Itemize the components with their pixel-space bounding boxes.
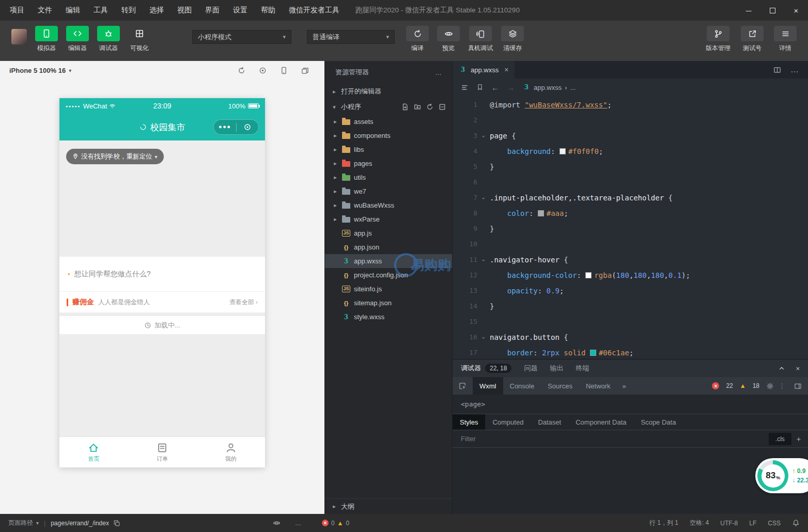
error-count[interactable]: 22	[726, 382, 733, 389]
device-button[interactable]	[280, 67, 288, 74]
devtools-tab-sources[interactable]: Sources	[541, 377, 579, 395]
new-file-button[interactable]	[401, 103, 409, 111]
clear-cache-button[interactable]: 清缓存	[501, 26, 524, 53]
devtools-tab-network[interactable]: Network	[579, 377, 617, 395]
collapse-panel-button[interactable]	[778, 365, 785, 372]
code-line[interactable]: 10	[453, 237, 808, 252]
debugger-panel-tab[interactable]: 调试器22, 18	[461, 364, 511, 373]
menu-item[interactable]: 项目	[3, 6, 31, 15]
code-line[interactable]: 8 color: #aaa;	[453, 206, 808, 221]
breadcrumb[interactable]: 3 app.wxss › ...	[522, 84, 576, 91]
menu-item[interactable]: 设置	[226, 6, 254, 15]
tab-order[interactable]: 订单	[128, 437, 197, 467]
code-line[interactable]: 7›.input-placeholder,.textarea-placehold…	[453, 190, 808, 206]
user-avatar[interactable]	[11, 29, 27, 44]
open-editors-section[interactable]: ▸ 打开的编辑器	[325, 84, 452, 99]
code-line[interactable]: 4 background: #f0f0f0;	[453, 144, 808, 159]
code-line[interactable]: 11›.navigator-hover {	[453, 252, 808, 268]
notifications-button[interactable]	[792, 519, 800, 527]
fold-icon[interactable]: ›	[476, 336, 491, 340]
styles-tab[interactable]: Dataset	[531, 414, 568, 430]
collapse-all-button[interactable]	[439, 103, 446, 111]
wxml-node[interactable]: <page>	[461, 400, 485, 408]
editor-button[interactable]: 编辑器	[66, 26, 89, 53]
bookmark-icon[interactable]	[476, 84, 484, 91]
copy-path-button[interactable]	[113, 520, 120, 527]
status-item[interactable]: 行 1，列 1	[649, 519, 678, 527]
view-all-link[interactable]: 查看全部 ›	[229, 298, 258, 307]
explorer-folder[interactable]: ▸utils	[325, 170, 452, 184]
remote-debug-button[interactable]: 真机调试	[468, 26, 493, 53]
mode-select[interactable]: 小程序模式 ▾	[192, 30, 291, 44]
explorer-folder[interactable]: ▸wuBaseWxss	[325, 198, 452, 212]
code-line[interactable]: 9}	[453, 221, 808, 237]
menu-item[interactable]: 微信开发者工具	[282, 6, 346, 15]
code-line[interactable]: 13 opacity: 0.9;	[453, 283, 808, 299]
close-tab-button[interactable]: ×	[504, 66, 508, 74]
test-account-button[interactable]: 测试号	[741, 26, 764, 53]
minimize-capsule-button[interactable]	[237, 123, 259, 131]
minimize-button[interactable]: ─	[737, 0, 760, 21]
status-item[interactable]: CSS	[768, 520, 781, 527]
status-item[interactable]: 空格: 4	[690, 519, 709, 527]
explorer-file[interactable]: {}sitemap.json	[325, 296, 452, 310]
device-selector[interactable]: iPhone 5 100% 16 ▾	[9, 67, 71, 74]
menu-item[interactable]: 帮助	[254, 6, 282, 15]
status-more-button[interactable]: …	[295, 520, 301, 527]
status-item[interactable]: LF	[749, 520, 756, 527]
tab-overflow-button[interactable]: »	[617, 377, 631, 395]
details-button[interactable]: 详情	[774, 26, 797, 53]
more-actions-button[interactable]: …	[435, 69, 442, 76]
maximize-button[interactable]	[760, 0, 784, 21]
code-line[interactable]: 14}	[453, 299, 808, 314]
explorer-file[interactable]: JSapp.js	[325, 226, 452, 240]
code-line[interactable]: 1@import "wuBaseWxss/7.wxss";	[453, 97, 808, 113]
simulator-button[interactable]: 模拟器	[35, 26, 58, 53]
relocate-button[interactable]: 没有找到学校，重新定位 ▾	[66, 149, 164, 164]
styles-tab[interactable]: Component Data	[568, 414, 633, 430]
menu-item[interactable]: 界面	[198, 6, 226, 15]
explorer-file[interactable]: 3style.wxss	[325, 310, 452, 324]
code-editor[interactable]: 1@import "wuBaseWxss/7.wxss";23›page {4 …	[453, 96, 808, 359]
editor-tab-app-wxss[interactable]: 3 app.wxss ×	[453, 61, 515, 79]
debugger-panel-tab[interactable]: 问题	[524, 364, 537, 373]
performance-widget[interactable]: 83 % ↑ 0.9 ↓ 22.3	[755, 458, 808, 493]
compile-select[interactable]: 普通编译 ▾	[307, 30, 395, 44]
tab-home[interactable]: 首页	[59, 437, 128, 467]
explorer-file[interactable]: {}project.config.json	[325, 268, 452, 282]
project-section[interactable]: ▾ 小程序	[325, 99, 452, 115]
fold-icon[interactable]: ›	[476, 258, 491, 262]
warning-count[interactable]: 18	[753, 382, 759, 389]
explorer-folder[interactable]: ▸pages	[325, 157, 452, 170]
debugger-panel-tab[interactable]: 输出	[550, 364, 563, 373]
color-swatch[interactable]	[590, 350, 596, 356]
devtools-tab-wxml[interactable]: Wxml	[473, 377, 503, 395]
styles-filter-input[interactable]	[453, 435, 769, 443]
code-line[interactable]: 5}	[453, 159, 808, 175]
navigate-forward-button[interactable]: →	[507, 83, 515, 92]
explorer-folder[interactable]: ▸components	[325, 129, 452, 143]
add-style-button[interactable]: +	[791, 435, 808, 443]
explorer-folder[interactable]: ▸assets	[325, 115, 452, 129]
explorer-file[interactable]: JSsiteinfo.js	[325, 282, 452, 296]
close-panel-button[interactable]: ×	[796, 365, 800, 372]
split-editor-button[interactable]	[773, 66, 781, 74]
styles-tab[interactable]: Scope Data	[633, 414, 683, 430]
dock-side-button[interactable]	[794, 382, 802, 390]
preview-path-button[interactable]	[273, 519, 281, 527]
problems-indicator[interactable]: × 0 ▲ 0	[322, 520, 349, 527]
code-line[interactable]: 15	[453, 314, 808, 330]
debugger-panel-tab[interactable]: 终端	[576, 364, 589, 373]
explorer-folder[interactable]: ▸we7	[325, 184, 452, 198]
devtools-tab-console[interactable]: Console	[503, 377, 541, 395]
explorer-folder[interactable]: ▸wxParse	[325, 212, 452, 226]
color-swatch[interactable]	[560, 148, 566, 154]
inspect-element-button[interactable]	[453, 377, 473, 395]
color-swatch[interactable]	[538, 210, 544, 216]
menu-item[interactable]: 编辑	[59, 6, 87, 15]
explorer-folder[interactable]: ▸libs	[325, 143, 452, 157]
prompt-card[interactable]: ● 想让同学帮您做点什么?	[59, 257, 265, 292]
menu-item[interactable]: 视图	[170, 6, 198, 15]
menu-item[interactable]: 文件	[31, 6, 59, 15]
devtools-settings-button[interactable]	[766, 382, 774, 390]
